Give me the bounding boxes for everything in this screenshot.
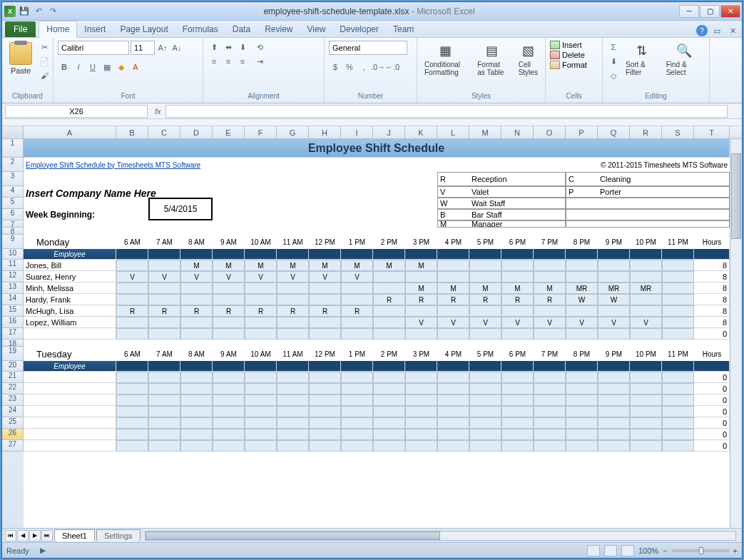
cell[interactable]: R <box>501 294 534 305</box>
cell[interactable]: M <box>245 260 277 271</box>
cell[interactable] <box>213 417 245 429</box>
cell[interactable] <box>213 372 245 383</box>
align-center-icon[interactable]: ≡ <box>222 55 235 68</box>
cell[interactable] <box>469 305 501 317</box>
cell[interactable]: Employee Shift Schedule by Timesheets MT… <box>24 158 341 172</box>
cell[interactable] <box>341 429 373 440</box>
cell[interactable] <box>245 361 277 372</box>
cell[interactable]: P <box>566 186 598 198</box>
increase-decimal-icon[interactable]: .0→ <box>372 61 384 73</box>
cell[interactable] <box>662 429 694 440</box>
cell[interactable] <box>24 394 116 406</box>
cell[interactable]: R <box>341 305 373 317</box>
cell[interactable]: M <box>469 282 501 294</box>
cell[interactable]: R <box>277 305 309 317</box>
cell[interactable] <box>694 361 730 372</box>
col-header-H[interactable]: H <box>309 126 341 138</box>
cell[interactable]: R <box>373 294 405 305</box>
cell[interactable] <box>405 361 437 372</box>
cell[interactable] <box>213 361 245 372</box>
row-header-5[interactable]: 5 <box>2 198 24 209</box>
excel-app-icon[interactable]: X <box>4 5 16 18</box>
cell[interactable] <box>630 440 662 452</box>
cell[interactable]: R <box>534 294 566 305</box>
row-header-16[interactable]: 16 <box>2 317 24 328</box>
cell[interactable] <box>309 249 341 260</box>
cell[interactable] <box>534 361 566 372</box>
cell[interactable] <box>180 417 213 429</box>
cell[interactable]: 10 PM <box>630 347 662 361</box>
cell[interactable] <box>566 271 598 282</box>
cell[interactable] <box>469 260 501 271</box>
cell[interactable]: 5 PM <box>469 235 501 249</box>
cell[interactable]: W <box>566 294 598 305</box>
row-header-25[interactable]: 25 <box>2 417 24 429</box>
cell[interactable] <box>309 429 341 440</box>
col-header-M[interactable]: M <box>469 126 501 138</box>
cell[interactable] <box>405 406 437 417</box>
cell[interactable]: R <box>437 172 469 186</box>
cell[interactable]: V <box>341 271 373 282</box>
cell[interactable] <box>277 361 309 372</box>
row-header-13[interactable]: 13 <box>2 282 24 294</box>
cell[interactable] <box>309 406 341 417</box>
cell[interactable]: 5 PM <box>469 347 501 361</box>
row-headers[interactable]: 1234567891011121314151617181920212223242… <box>2 139 24 528</box>
cell[interactable] <box>341 383 373 394</box>
insert-cells-button[interactable]: Insert <box>550 41 587 49</box>
cell[interactable] <box>469 394 501 406</box>
cell[interactable]: 8 <box>694 271 730 282</box>
cell[interactable] <box>245 394 277 406</box>
cell[interactable] <box>598 372 630 383</box>
cell[interactable] <box>566 198 598 209</box>
cell[interactable] <box>501 383 534 394</box>
row-header-21[interactable]: 21 <box>2 372 24 383</box>
cell[interactable]: V <box>213 271 245 282</box>
cell[interactable] <box>116 417 148 429</box>
cell[interactable] <box>405 328 437 340</box>
shrink-font-icon[interactable]: A↓ <box>170 41 183 54</box>
cell[interactable]: Monday <box>24 235 116 249</box>
cell[interactable] <box>24 406 116 417</box>
fill-color-icon[interactable]: ◆ <box>115 61 128 73</box>
cell[interactable]: 0 <box>694 440 730 452</box>
cell[interactable] <box>566 429 598 440</box>
cell[interactable] <box>148 383 180 394</box>
cell[interactable]: V <box>501 317 534 328</box>
cell[interactable]: V <box>437 317 469 328</box>
cell[interactable] <box>245 406 277 417</box>
cell[interactable]: 4 PM <box>437 235 469 249</box>
cell[interactable] <box>180 282 213 294</box>
prev-sheet-button[interactable]: ◀ <box>17 530 29 541</box>
cell[interactable] <box>309 394 341 406</box>
cell[interactable] <box>469 328 501 340</box>
cells-region[interactable]: Employee Shift ScheduleEmployee Shift Sc… <box>24 139 742 528</box>
align-middle-icon[interactable]: ⬌ <box>222 41 235 54</box>
cell[interactable]: 0 <box>694 394 730 406</box>
cell[interactable]: McHugh, Lisa <box>24 305 116 317</box>
col-header-N[interactable]: N <box>501 126 534 138</box>
cell[interactable] <box>373 249 405 260</box>
cell[interactable] <box>630 417 662 429</box>
cell[interactable] <box>501 328 534 340</box>
cell[interactable]: 10 AM <box>245 347 277 361</box>
cell[interactable]: 11 AM <box>277 235 309 249</box>
maximize-button[interactable]: ▢ <box>700 5 720 18</box>
macro-icon[interactable]: ▶ <box>36 544 49 557</box>
scroll-thumb[interactable] <box>731 153 741 239</box>
row-header-3[interactable]: 3 <box>2 172 24 186</box>
cell[interactable] <box>24 429 116 440</box>
cell[interactable] <box>309 383 341 394</box>
cell[interactable] <box>116 372 148 383</box>
cell[interactable]: M <box>341 260 373 271</box>
cell[interactable] <box>373 271 405 282</box>
cell[interactable]: V <box>534 317 566 328</box>
col-header-K[interactable]: K <box>405 126 437 138</box>
cell[interactable]: Cleaning <box>598 172 730 186</box>
row-header-14[interactable]: 14 <box>2 294 24 305</box>
cell[interactable] <box>373 282 405 294</box>
cell[interactable]: V <box>116 271 148 282</box>
orientation-icon[interactable]: ⟲ <box>253 41 266 54</box>
cell[interactable] <box>213 317 245 328</box>
cell[interactable] <box>534 305 566 317</box>
